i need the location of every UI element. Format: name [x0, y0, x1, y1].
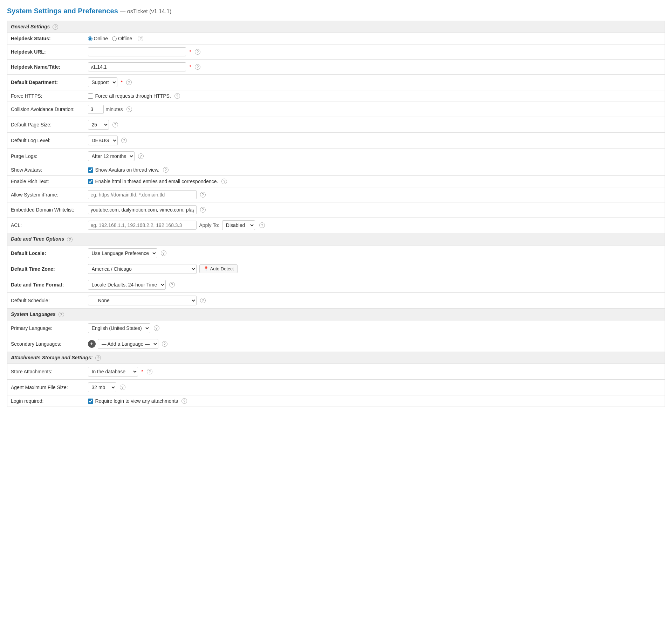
allow-iframe-label: Allow System iFrame:: [7, 187, 84, 202]
helpdesk-url-input[interactable]: [88, 47, 186, 56]
default-page-size-select[interactable]: 25 10 50 100: [88, 120, 109, 130]
page-title: System Settings and Preferences — osTick…: [7, 7, 665, 15]
default-log-level-select[interactable]: DEBUG ERROR WARN INFO: [88, 136, 118, 145]
collision-avoidance-row: Collision Avoidance Duration: minutes ?: [7, 102, 665, 117]
default-schedule-help-icon[interactable]: ?: [200, 298, 206, 303]
section-attachments-header: Attachments Storage and Settings: ?: [7, 352, 665, 364]
enable-rich-text-label: Enable Rich Text:: [7, 176, 84, 187]
agent-max-file-size-label: Agent Maximum File Size:: [7, 380, 84, 395]
agent-max-file-size-help-icon[interactable]: ?: [120, 385, 125, 390]
settings-table: General Settings ? Helpdesk Status: Onli…: [7, 21, 665, 407]
helpdesk-url-help-icon[interactable]: ?: [195, 49, 200, 55]
default-timezone-row: Default Time Zone: America / Chicago 📍 A…: [7, 261, 665, 277]
helpdesk-name-row: Helpdesk Name/Title: * ?: [7, 60, 665, 75]
enable-rich-text-checkbox[interactable]: [88, 179, 93, 184]
primary-language-row: Primary Language: English (United States…: [7, 320, 665, 336]
default-dept-help-icon[interactable]: ?: [126, 80, 132, 85]
helpdesk-url-label: Helpdesk URL:: [7, 44, 84, 60]
acl-help-icon[interactable]: ?: [259, 222, 265, 228]
store-attachments-select[interactable]: In the database On the filesystem: [88, 367, 138, 376]
default-page-size-label: Default Page Size:: [7, 117, 84, 133]
acl-label: ACL:: [7, 217, 84, 233]
embedded-domain-help-icon[interactable]: ?: [200, 207, 206, 213]
default-timezone-select[interactable]: America / Chicago: [88, 264, 197, 274]
default-schedule-label: Default Schedule:: [7, 292, 84, 308]
default-page-size-help-icon[interactable]: ?: [112, 122, 118, 127]
login-required-help-icon[interactable]: ?: [181, 398, 187, 404]
auto-detect-button[interactable]: 📍 Auto Detect: [199, 264, 238, 273]
radio-offline-input[interactable]: [112, 36, 117, 41]
collision-avoidance-input[interactable]: [88, 105, 104, 114]
force-https-checkbox[interactable]: [88, 94, 93, 99]
helpdesk-name-label: Helpdesk Name/Title:: [7, 60, 84, 75]
date-time-format-select[interactable]: Locale Defaults, 24-hour Time Locale Def…: [88, 280, 166, 290]
radio-offline[interactable]: Offline: [112, 36, 132, 41]
agent-max-file-size-select[interactable]: 1 mb 2 mb 4 mb 8 mb 16 mb 32 mb 64 mb 12…: [88, 382, 116, 392]
embedded-domain-input[interactable]: [88, 205, 197, 214]
default-page-size-row: Default Page Size: 25 10 50 100 ?: [7, 117, 665, 133]
show-avatars-row: Show Avatars: Show Avatars on thread vie…: [7, 164, 665, 176]
section-general-help-icon[interactable]: ?: [53, 24, 58, 30]
enable-rich-text-help-icon[interactable]: ?: [221, 179, 227, 184]
default-locale-select[interactable]: Use Language Preference English (United …: [88, 248, 157, 258]
embedded-domain-label: Embedded Domain Whitelist:: [7, 202, 84, 217]
helpdesk-url-required: *: [190, 49, 191, 55]
section-general-label: General Settings: [11, 24, 50, 29]
enable-rich-text-row: Enable Rich Text: Enable html in thread …: [7, 176, 665, 187]
radio-online[interactable]: Online: [88, 36, 108, 41]
secondary-languages-label: Secondary Languages:: [7, 336, 84, 352]
primary-language-help-icon[interactable]: ?: [154, 325, 159, 331]
store-attachments-label: Store Attachments:: [7, 364, 84, 380]
allow-iframe-row: Allow System iFrame: ?: [7, 187, 665, 202]
section-general-header: General Settings ?: [7, 21, 665, 33]
primary-language-select[interactable]: English (United States): [88, 323, 150, 333]
secondary-languages-help-icon[interactable]: ?: [162, 341, 167, 347]
acl-apply-to-select[interactable]: Disabled Agents Users Everyone: [222, 220, 255, 230]
secondary-languages-row: Secondary Languages: + — Add a Language …: [7, 336, 665, 352]
collision-avoidance-help-icon[interactable]: ?: [126, 106, 132, 112]
force-https-row: Force HTTPS: Force all requests through …: [7, 90, 665, 102]
section-datetime-help-icon[interactable]: ?: [67, 237, 73, 242]
default-schedule-select[interactable]: — None —: [88, 296, 197, 305]
force-https-help-icon[interactable]: ?: [174, 93, 180, 99]
login-required-row: Login required: Require login to view an…: [7, 395, 665, 407]
show-avatars-help-icon[interactable]: ?: [163, 167, 169, 173]
helpdesk-name-help-icon[interactable]: ?: [195, 64, 200, 70]
acl-input[interactable]: [88, 221, 197, 230]
default-timezone-label: Default Time Zone:: [7, 261, 84, 277]
default-log-level-row: Default Log Level: DEBUG ERROR WARN INFO…: [7, 133, 665, 148]
purge-logs-help-icon[interactable]: ?: [138, 153, 144, 159]
helpdesk-name-input[interactable]: [88, 62, 186, 71]
show-avatars-checkbox[interactable]: [88, 167, 93, 173]
login-required-label: Login required:: [7, 395, 84, 407]
helpdesk-status-group: Online Offline ?: [88, 36, 661, 41]
section-languages-help-icon[interactable]: ?: [59, 312, 64, 317]
allow-iframe-input[interactable]: [88, 190, 197, 199]
section-attachments-help-icon[interactable]: ?: [95, 355, 101, 361]
agent-max-file-size-row: Agent Maximum File Size: 1 mb 2 mb 4 mb …: [7, 380, 665, 395]
add-language-select[interactable]: — Add a Language —: [98, 339, 158, 349]
section-datetime-header: Date and Time Options ?: [7, 233, 665, 245]
date-time-format-help-icon[interactable]: ?: [169, 282, 175, 288]
default-dept-label: Default Department:: [7, 75, 84, 90]
default-dept-select[interactable]: Support: [88, 77, 117, 87]
section-attachments-label: Attachments Storage and Settings:: [11, 355, 92, 360]
location-pin-icon: 📍: [203, 266, 209, 271]
add-language-button[interactable]: +: [88, 340, 96, 348]
show-avatars-label: Show Avatars:: [7, 164, 84, 176]
default-schedule-row: Default Schedule: — None — ?: [7, 292, 665, 308]
purge-logs-label: Purge Logs:: [7, 148, 84, 164]
section-datetime-label: Date and Time Options: [11, 236, 64, 242]
helpdesk-status-help-icon[interactable]: ?: [138, 36, 143, 41]
default-log-level-help-icon[interactable]: ?: [121, 138, 127, 143]
purge-logs-select[interactable]: Never After 1 month After 3 months After…: [88, 151, 135, 161]
allow-iframe-help-icon[interactable]: ?: [200, 192, 206, 198]
radio-online-input[interactable]: [88, 36, 92, 41]
login-required-checkbox[interactable]: [88, 399, 93, 404]
acl-row: ACL: Apply To: Disabled Agents Users Eve…: [7, 217, 665, 233]
default-locale-help-icon[interactable]: ?: [161, 250, 166, 256]
collision-avoidance-label: Collision Avoidance Duration:: [7, 102, 84, 117]
helpdesk-url-row: Helpdesk URL: * ?: [7, 44, 665, 60]
default-locale-row: Default Locale: Use Language Preference …: [7, 245, 665, 261]
store-attachments-help-icon[interactable]: ?: [147, 369, 152, 374]
